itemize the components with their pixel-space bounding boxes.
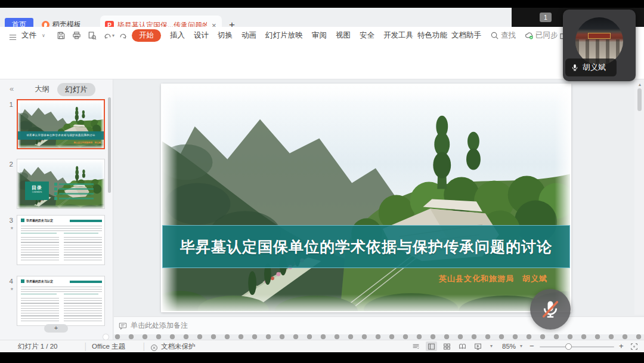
slide-number: 1 bbox=[4, 101, 13, 108]
participant-name: 胡义斌 bbox=[583, 62, 606, 73]
zoom-slider-handle[interactable] bbox=[565, 343, 572, 350]
share-border-dots bbox=[114, 334, 644, 340]
text-line bbox=[21, 237, 59, 262]
menu-find[interactable]: 查找 bbox=[501, 27, 516, 44]
sidebar-scrollbar[interactable] bbox=[108, 97, 111, 193]
toc-item bbox=[54, 183, 94, 186]
menu-tab-slideshow[interactable]: 幻灯片放映 bbox=[265, 27, 303, 44]
menu-tab-insert[interactable]: 插入 bbox=[170, 27, 185, 44]
thumb-header-bar bbox=[70, 281, 102, 283]
video-call-window[interactable]: 胡义斌 bbox=[563, 10, 636, 81]
text-line bbox=[64, 294, 98, 296]
thumb-title-banner: 毕昇墓认定国保单位的学术依据与保护传承问题的讨论 bbox=[18, 131, 104, 140]
menu-tab-security[interactable]: 安全 bbox=[360, 27, 374, 44]
text-line bbox=[21, 287, 102, 292]
slide-panel: « 大纲 幻灯片 1 毕昇墓认定国保单位的学术依据与保护传承问题的讨论 英山县文… bbox=[0, 79, 113, 340]
toc-item bbox=[54, 187, 94, 190]
collapse-panel-icon[interactable]: « bbox=[10, 84, 14, 93]
participant-avatar bbox=[575, 17, 623, 65]
window-count-badge[interactable]: 1 bbox=[540, 13, 552, 22]
status-bar: 幻灯片 1 / 20 │ Office 主题 │ 文档未保护 ▾ 85% ▾ −… bbox=[0, 340, 644, 352]
text-line bbox=[64, 298, 102, 323]
menu-tab-assistant[interactable]: 文档助手 bbox=[451, 27, 481, 44]
normal-view-icon[interactable] bbox=[426, 342, 437, 351]
text-line bbox=[21, 233, 57, 235]
microphone-icon bbox=[571, 63, 579, 72]
text-line bbox=[64, 237, 102, 262]
file-caret-icon: ∨ bbox=[42, 27, 45, 44]
zoom-slider-track[interactable] bbox=[540, 346, 614, 347]
thumb-credit: 英山县文化和旅游局 胡义斌 bbox=[74, 141, 101, 144]
divider: │ bbox=[142, 340, 146, 352]
title-banner[interactable]: 毕昇墓认定国保单位的学术依据与保护传承问题的讨论 bbox=[162, 225, 570, 268]
slideshow-icon[interactable] bbox=[472, 342, 484, 351]
menu-bar: 文件 ∨ ▾ 开始 插入 设计 切换 动画 幻灯片放映 审阅 视图 安全 开发工… bbox=[0, 27, 644, 44]
save-icon[interactable] bbox=[57, 31, 66, 41]
protection-status[interactable]: 文档未保护 bbox=[161, 340, 196, 352]
slide-thumbnail-3[interactable]: 毕昇墓的历史与认定 bbox=[17, 215, 105, 265]
undo-caret-icon[interactable]: ▾ bbox=[112, 27, 114, 44]
animation-star-icon: * bbox=[4, 287, 13, 294]
text-line bbox=[21, 226, 102, 231]
menu-tab-features[interactable]: 特色功能 bbox=[417, 27, 447, 44]
animation-star-icon: * bbox=[4, 226, 13, 233]
slide-thumbnail-1[interactable]: 毕昇墓认定国保单位的学术依据与保护传承问题的讨论 英山县文化和旅游局 胡义斌 bbox=[17, 99, 105, 149]
slide-counter: 幻灯片 1 / 20 bbox=[18, 340, 57, 352]
add-slide-button[interactable]: + bbox=[44, 324, 68, 333]
menu-tab-view[interactable]: 视图 bbox=[336, 27, 351, 44]
menu-tab-animation[interactable]: 动画 bbox=[242, 27, 256, 44]
view-more-caret-icon[interactable]: ▾ bbox=[490, 340, 493, 352]
slide-thumbnail-2[interactable]: 目录 CONTENTS bbox=[17, 159, 105, 209]
zoom-out-button[interactable]: − bbox=[530, 340, 534, 352]
slide-thumbnail-4[interactable]: 毕昇墓的历史与认定 bbox=[17, 276, 105, 326]
divider: │ bbox=[83, 340, 88, 352]
print-preview-icon[interactable] bbox=[88, 31, 97, 41]
menu-tab-review[interactable]: 审阅 bbox=[312, 27, 327, 44]
menu-tab-transition[interactable]: 切换 bbox=[218, 27, 233, 44]
fit-window-icon[interactable] bbox=[628, 342, 640, 351]
slide-number: 3 bbox=[4, 217, 13, 224]
thumb-header-bar bbox=[70, 220, 102, 222]
notes-toggle-icon[interactable] bbox=[410, 342, 422, 351]
slide-credit[interactable]: 英山县文化和旅游局 胡义斌 bbox=[439, 273, 547, 284]
toc-box: 目录 CONTENTS bbox=[25, 182, 49, 200]
right-scroll-strip bbox=[634, 79, 644, 315]
text-line bbox=[64, 233, 98, 235]
redo-icon[interactable] bbox=[119, 31, 128, 41]
undo-icon[interactable] bbox=[103, 31, 113, 41]
menu-tab-devtools[interactable]: 开发工具 bbox=[383, 27, 413, 44]
print-icon[interactable] bbox=[72, 31, 82, 41]
menu-file[interactable]: 文件 bbox=[21, 27, 36, 44]
toolbar: 粘贴▾ 剪切 复制 格式刷 从当前开始▾ 新建幻灯片▾ 版式▾ 重置 bbox=[0, 44, 644, 79]
zoom-level[interactable]: 85% bbox=[502, 340, 516, 352]
slide-canvas[interactable]: 毕昇墓认定国保单位的学术依据与保护传承问题的讨论 英山县文化和旅游局 胡义斌 bbox=[161, 84, 571, 312]
reading-view-icon[interactable] bbox=[457, 342, 468, 351]
zoom-in-button[interactable]: + bbox=[619, 340, 624, 352]
mute-button[interactable] bbox=[530, 289, 571, 330]
search-icon[interactable] bbox=[490, 31, 500, 41]
slide-sorter-icon[interactable] bbox=[441, 342, 453, 351]
share-border-dot-active bbox=[103, 334, 109, 340]
theme-button[interactable]: Office 主题 bbox=[92, 340, 125, 352]
notes-placeholder[interactable]: 单击此处添加备注 bbox=[131, 321, 188, 331]
text-line bbox=[21, 294, 57, 296]
slide-title: 毕昇墓认定国保单位的学术依据与保护传承问题的讨论 bbox=[180, 237, 552, 257]
main-scrollbar[interactable] bbox=[637, 88, 642, 111]
notes-icon bbox=[119, 322, 127, 330]
tab-slides[interactable]: 幻灯片 bbox=[57, 83, 95, 96]
slide-number: 2 bbox=[4, 161, 13, 168]
tab-outline[interactable]: 大纲 bbox=[35, 84, 49, 94]
cloud-sync-icon[interactable] bbox=[525, 31, 534, 41]
toc-item bbox=[54, 192, 94, 195]
menu-tab-home[interactable]: 开始 bbox=[132, 29, 161, 42]
protection-icon bbox=[150, 342, 158, 354]
toc-item bbox=[54, 197, 94, 200]
screen: 首页 稻壳模板 P 毕昇墓认定国保...传承问题的讨论 × + 1 文件 ∨ ▾… bbox=[0, 0, 644, 363]
thumb-header: 毕昇墓的历史与认定 bbox=[21, 279, 53, 283]
scroll-up-icon[interactable]: ▴ bbox=[639, 82, 641, 87]
menu-synced[interactable]: 已同步 bbox=[535, 27, 558, 44]
zoom-caret-icon[interactable]: ▾ bbox=[520, 340, 522, 352]
menu-tab-design[interactable]: 设计 bbox=[194, 27, 209, 44]
text-line bbox=[21, 298, 59, 323]
participant-name-bar: 胡义斌 bbox=[565, 59, 617, 76]
